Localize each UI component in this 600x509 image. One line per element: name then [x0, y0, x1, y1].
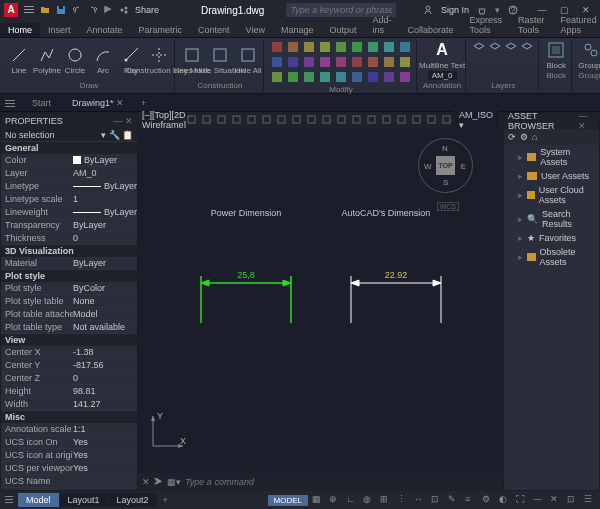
share-label[interactable]: Share: [135, 5, 159, 15]
status-icon-4[interactable]: ⊞: [380, 494, 392, 506]
prop-linetype[interactable]: Linetype ByLayer: [1, 180, 137, 193]
viewport-tool-14[interactable]: [396, 114, 408, 126]
user-icon[interactable]: [423, 5, 433, 15]
asset-user-cloud-assets[interactable]: ▸User Cloud Assets: [504, 183, 599, 207]
modify-tool-9[interactable]: [270, 55, 284, 69]
modify-tool-19[interactable]: [286, 70, 300, 84]
annotation-layer-dropdown[interactable]: AM_0: [428, 71, 457, 80]
polyline-button[interactable]: Polyline: [36, 45, 58, 75]
redo-icon[interactable]: [88, 5, 98, 15]
prop-visual-style[interactable]: Visual Style2D Wireframe: [1, 488, 137, 490]
app-logo[interactable]: A: [4, 3, 18, 17]
share-icon[interactable]: [119, 5, 129, 15]
home-icon[interactable]: ⌂: [532, 132, 537, 142]
prop-thickness[interactable]: Thickness0: [1, 232, 137, 245]
status-icon-5[interactable]: ⋮: [397, 494, 409, 506]
modify-tool-11[interactable]: [302, 55, 316, 69]
ribbon-tab-annotate[interactable]: Annotate: [79, 23, 131, 37]
modify-tool-7[interactable]: [382, 40, 396, 54]
viewport-tool-2[interactable]: [216, 114, 228, 126]
prop-plot-table-attached-to[interactable]: Plot table attached toModel: [1, 308, 137, 321]
status-icon-11[interactable]: ◐: [499, 494, 511, 506]
viewport-tool-9[interactable]: [321, 114, 333, 126]
viewport-tool-4[interactable]: [246, 114, 258, 126]
modify-tool-6[interactable]: [366, 40, 380, 54]
layer-tool-3[interactable]: [520, 40, 534, 54]
modify-tool-16[interactable]: [382, 55, 396, 69]
drawing-tab[interactable]: Drawing1* ✕: [62, 96, 134, 110]
open-folder-icon[interactable]: [40, 5, 50, 15]
modify-tool-25[interactable]: [382, 70, 396, 84]
asset-obsolete-assets[interactable]: ▸Obsolete Assets: [504, 245, 599, 269]
new-tab-button[interactable]: +: [135, 96, 152, 110]
ribbon-tab-add-ins[interactable]: Add-ins: [365, 13, 400, 37]
status-icon-2[interactable]: ∟: [346, 494, 358, 506]
status-icon-13[interactable]: —: [533, 494, 545, 506]
command-input[interactable]: [185, 477, 499, 487]
prop-annotation-scale[interactable]: Annotation scale1:1: [1, 423, 137, 436]
add-layout-button[interactable]: +: [159, 495, 172, 505]
modify-tool-8[interactable]: [398, 40, 412, 54]
status-icon-8[interactable]: ✎: [448, 494, 460, 506]
layout-tab-model[interactable]: Model: [18, 493, 59, 507]
viewport-tool-3[interactable]: [231, 114, 243, 126]
modify-tool-12[interactable]: [318, 55, 332, 69]
tabs-icon[interactable]: [4, 97, 18, 109]
ribbon-tab-view[interactable]: View: [238, 23, 273, 37]
prop-material[interactable]: MaterialByLayer: [1, 257, 137, 270]
prop-ucs-icon-on[interactable]: UCS icon OnYes: [1, 436, 137, 449]
viewport-tool-15[interactable]: [411, 114, 423, 126]
ribbon-tab-content[interactable]: Content: [190, 23, 238, 37]
circle-button[interactable]: Circle: [64, 45, 86, 75]
layer-tool-1[interactable]: [488, 40, 502, 54]
modify-tool-23[interactable]: [350, 70, 364, 84]
prop-category-view[interactable]: View: [1, 334, 137, 346]
modify-tool-10[interactable]: [286, 55, 300, 69]
status-icon-10[interactable]: ⚙: [482, 494, 494, 506]
prop-linetype-scale[interactable]: Linetype scale1: [1, 193, 137, 206]
prop-ucs-name[interactable]: UCS Name: [1, 475, 137, 488]
arc-button[interactable]: Arc: [92, 45, 114, 75]
prop-color[interactable]: ColorByLayer: [1, 154, 137, 167]
prop-transparency[interactable]: TransparencyByLayer: [1, 219, 137, 232]
filter-icon[interactable]: ⚙: [520, 132, 528, 142]
ribbon-tab-raster-tools[interactable]: Raster Tools: [510, 13, 553, 37]
prop-ucs-per-viewport[interactable]: UCS per viewportYes: [1, 462, 137, 475]
ribbon-tab-manage[interactable]: Manage: [273, 23, 322, 37]
model-space-button[interactable]: MODEL: [268, 495, 308, 506]
ribbon-tab-express-tools[interactable]: Express Tools: [462, 13, 511, 37]
status-icon-14[interactable]: ✕: [550, 494, 562, 506]
prop-lineweight[interactable]: Lineweight ByLayer: [1, 206, 137, 219]
asset-favorites[interactable]: ▸★Favorites: [504, 231, 599, 245]
line-button[interactable]: Line: [8, 45, 30, 75]
status-icon-1[interactable]: ⊕: [329, 494, 341, 506]
viewport-label[interactable]: [–][Top][2D Wireframe]: [142, 110, 186, 130]
modify-tool-5[interactable]: [350, 40, 364, 54]
ribbon-tab-parametric[interactable]: Parametric: [131, 23, 191, 37]
refresh-icon[interactable]: ⟳: [508, 132, 516, 142]
ribbon-tab-collaborate[interactable]: Collaborate: [400, 23, 462, 37]
prop-plot-table-type[interactable]: Plot table typeNot available: [1, 321, 137, 334]
prop-category-plot-style[interactable]: Plot style: [1, 270, 137, 282]
viewport-tool-6[interactable]: [276, 114, 288, 126]
modify-tool-2[interactable]: [302, 40, 316, 54]
layout-tab-layout2[interactable]: Layout2: [109, 493, 157, 507]
ribbon-tab-insert[interactable]: Insert: [40, 23, 79, 37]
prop-height[interactable]: Height98.81: [1, 385, 137, 398]
asset-system-assets[interactable]: ▸System Assets: [504, 145, 599, 169]
prop-category-general[interactable]: General: [1, 142, 137, 154]
modify-tool-1[interactable]: [286, 40, 300, 54]
undo-icon[interactable]: [72, 5, 82, 15]
status-icon-6[interactable]: ↔: [414, 494, 426, 506]
status-icon-3[interactable]: ◍: [363, 494, 375, 506]
modify-tool-22[interactable]: [334, 70, 348, 84]
modify-tool-15[interactable]: [366, 55, 380, 69]
selection-dropdown[interactable]: No selection ▾ 🔧 📋: [1, 129, 137, 142]
command-line[interactable]: ✕ ⮞ ▦▾: [138, 473, 503, 491]
status-icon-15[interactable]: ⊡: [567, 494, 579, 506]
viewport-tool-12[interactable]: [366, 114, 378, 126]
start-tab[interactable]: Start: [22, 96, 61, 110]
viewport-tool-7[interactable]: [291, 114, 303, 126]
modify-tool-13[interactable]: [334, 55, 348, 69]
viewport-tool-11[interactable]: [351, 114, 363, 126]
